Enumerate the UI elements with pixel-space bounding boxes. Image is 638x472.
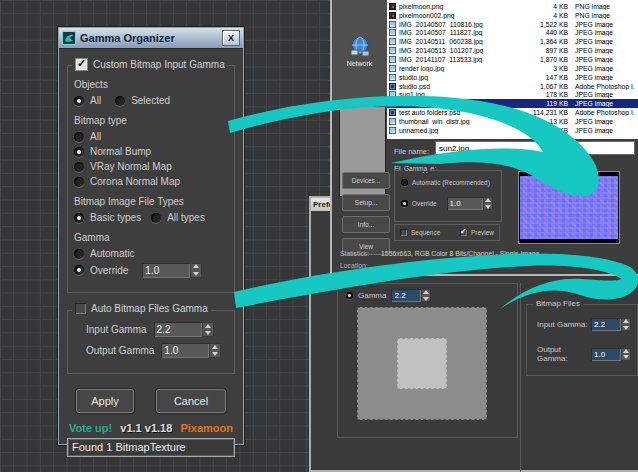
spinner-up-button[interactable] <box>202 322 214 330</box>
automatic-recommended-radio[interactable] <box>401 179 408 186</box>
file-name: IMG_20140513_101207.jpg <box>399 47 520 54</box>
bitmap-files-group-label: Bitmap Files <box>533 299 583 308</box>
file-size: 4 KB <box>520 12 575 19</box>
devices-button[interactable]: Devices... <box>342 172 390 189</box>
file-type: PNG image <box>575 3 635 10</box>
file-row[interactable]: studio.psd 1,067 KB Adobe Photoshop I... <box>387 82 638 91</box>
spinner-down-button[interactable] <box>621 325 631 332</box>
spinner-up-button[interactable] <box>190 263 202 271</box>
bitmap-type-normal-bump-radio[interactable] <box>74 147 84 157</box>
pref-gamma-label: Gamma <box>358 291 386 300</box>
file-type: JPEG image <box>575 100 635 107</box>
bitmap-open-dialog[interactable]: Network pixelmoon.png 4 KB PNG image pix… <box>330 0 638 276</box>
file-type-icon <box>389 21 396 28</box>
file-name: pixelmoon.png <box>399 3 520 10</box>
network-place-label[interactable]: Network <box>347 60 373 67</box>
bitmap-type-vray-radio[interactable] <box>74 162 84 172</box>
all-types-radio[interactable] <box>151 213 161 223</box>
pref-gamma-radio[interactable] <box>346 292 353 299</box>
apply-button[interactable]: Apply <box>76 389 134 413</box>
bitmap-type-corona-radio[interactable] <box>74 177 84 187</box>
objects-selected-radio[interactable] <box>115 96 125 106</box>
spinner-down-button[interactable] <box>190 270 202 278</box>
objects-all-radio[interactable] <box>74 96 84 106</box>
file-type: JPEG image <box>575 74 635 81</box>
file-row[interactable]: unnamed.jpg 36 KB JPEG image <box>387 126 638 135</box>
author-link[interactable]: Pixamoon <box>180 422 233 434</box>
custom-bitmap-input-gamma-checkbox[interactable] <box>75 58 88 71</box>
file-row[interactable]: thumbnail_win_distr.jpg 13 KB JPEG image <box>387 117 638 126</box>
file-type-icon <box>389 29 396 36</box>
file-row[interactable]: IMG_20140507_111827.jpg 440 KB JPEG imag… <box>387 29 638 38</box>
cancel-button[interactable]: Cancel <box>156 389 226 413</box>
basic-types-radio[interactable] <box>74 213 84 223</box>
file-type: PNG image <box>575 12 635 19</box>
override-gamma-value[interactable]: 1.0 <box>142 263 190 278</box>
file-row[interactable]: susun2.jpg 119 KB JPEG image <box>387 99 638 108</box>
file-row[interactable]: IMG_20140507_110816.jpg 1,522 KB JPEG im… <box>387 20 638 29</box>
file-type-icon <box>389 118 396 125</box>
file-row[interactable]: IMG_20141107_113533.jpg 1,870 KB JPEG im… <box>387 55 638 64</box>
spinner-down-button[interactable] <box>202 330 214 338</box>
file-type-icon <box>389 47 396 54</box>
spinner-down-button[interactable] <box>209 351 221 359</box>
bitmap-input-gamma-spinner: 2.2 <box>591 318 631 331</box>
output-gamma-label: Output Gamma: <box>537 345 591 363</box>
file-row[interactable]: pixelmoon002.png 4 KB PNG image <box>387 11 638 20</box>
spinner-down-button[interactable] <box>621 354 631 361</box>
file-type: JPEG image <box>575 91 635 98</box>
file-row[interactable]: test auto folders.psd 114,231 KB Adobe P… <box>387 108 638 117</box>
close-icon[interactable]: X <box>222 30 240 46</box>
file-row[interactable]: pixelmoon.png 4 KB PNG image <box>387 2 638 11</box>
dialog-override-radio[interactable] <box>401 200 408 207</box>
statistics-row: Statistics: 1556x663, RGB Color 8 Bits/C… <box>340 250 539 257</box>
gamma-organizer-window[interactable]: Gamma Organizer X Custom Bitmap Input Ga… <box>58 27 244 445</box>
file-size: 1,522 KB <box>520 21 575 28</box>
override-gamma-spinner: 1.0 <box>142 263 202 278</box>
file-row[interactable]: render logo.jpg 3 KB JPEG image <box>387 64 638 73</box>
gamma-override-radio[interactable] <box>74 265 84 275</box>
file-name: IMG_20140507_111827.jpg <box>399 29 520 36</box>
info-button[interactable]: Info... <box>342 216 390 233</box>
file-size: 1,067 KB <box>520 83 575 90</box>
file-name-input[interactable] <box>435 141 635 155</box>
bitmap-output-gamma-value[interactable]: 1.0 <box>591 348 621 361</box>
gamma-calibration-image <box>357 307 487 420</box>
file-row[interactable]: sun1.jpg 178 KB JPEG image <box>387 90 638 99</box>
network-icon[interactable] <box>349 36 371 58</box>
file-size: 114,231 KB <box>520 109 575 116</box>
spinner-up-button[interactable] <box>209 343 221 351</box>
file-name: pixelmoon002.png <box>399 12 520 19</box>
spinner-down-button[interactable] <box>421 296 431 303</box>
output-gamma-value[interactable]: 1.0 <box>161 343 209 358</box>
file-name: studio.psd <box>399 83 520 90</box>
setup-button[interactable]: Setup... <box>342 194 390 211</box>
file-type: JPEG image <box>575 56 635 63</box>
dialog-override-value[interactable]: 1.0 <box>447 197 483 210</box>
file-row[interactable]: studio.jpg 147 KB JPEG image <box>387 73 638 82</box>
preview-checkbox[interactable] <box>460 229 467 236</box>
file-name: IMG_20141107_113533.jpg <box>399 56 520 63</box>
gamma-organizer-titlebar[interactable]: Gamma Organizer X <box>59 28 243 49</box>
input-gamma-value[interactable]: 2.2 <box>154 322 202 337</box>
bitmap-input-gamma-value[interactable]: 2.2 <box>591 318 621 331</box>
objects-section-label: Objects <box>74 79 228 90</box>
3dsmax-logo-icon <box>62 31 76 45</box>
vote-up-link[interactable]: Vote up! <box>69 422 112 434</box>
file-row[interactable]: IMG_20140513_101207.jpg 897 KB JPEG imag… <box>387 46 638 55</box>
file-type: JPEG image <box>575 29 635 36</box>
file-size: 1,870 KB <box>520 56 575 63</box>
file-name: IMG_20140507_110816.jpg <box>399 21 520 28</box>
file-size: 3 KB <box>520 65 575 72</box>
auto-bitmap-files-gamma-checkbox[interactable] <box>75 303 86 314</box>
spinner-down-button[interactable] <box>483 204 493 211</box>
gamma-preview-panel: Gamma 2.2 <box>337 283 518 438</box>
output-gamma-spinner: 1.0 <box>161 343 221 358</box>
file-name: unnamed.jpg <box>399 127 520 134</box>
file-type-icon <box>389 56 396 63</box>
bitmap-type-all-radio[interactable] <box>74 132 84 142</box>
file-row[interactable]: IMG_20140511_060238.jpg 1,364 KB JPEG im… <box>387 37 638 46</box>
pref-gamma-value[interactable]: 2.2 <box>391 289 421 302</box>
gamma-automatic-radio[interactable] <box>74 249 84 259</box>
sequence-checkbox[interactable] <box>400 229 407 236</box>
